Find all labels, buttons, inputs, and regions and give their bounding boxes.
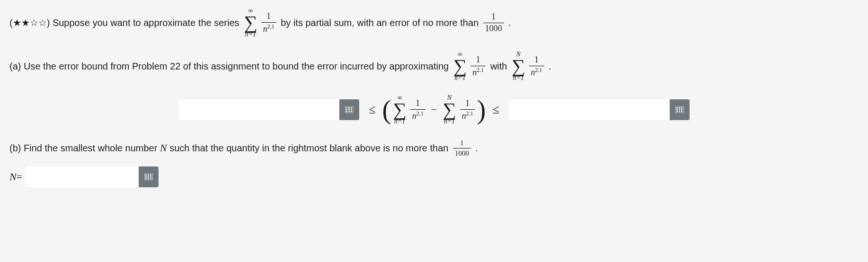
svg-rect-23	[150, 175, 151, 176]
part-a-label: (a) Use the error bound from Problem 22 …	[9, 60, 452, 73]
difficulty-stars-empty: ☆☆	[30, 16, 47, 29]
var-N: N	[160, 141, 167, 156]
svg-rect-6	[351, 109, 352, 111]
svg-rect-28	[148, 178, 149, 179]
svg-rect-2	[348, 107, 350, 109]
sum-inf-center: ∞ ∑ n=1	[393, 95, 407, 125]
summand-center-1: 1 n2.1	[410, 99, 425, 121]
part-a-text: (a) Use the error bound from Problem 22 …	[9, 51, 859, 81]
svg-rect-17	[676, 111, 678, 112]
series-sum-N-a: N ∑ n=1	[512, 51, 525, 81]
series-sum-inf-a: ∞ ∑ n=1	[453, 51, 467, 81]
answer-N-var: N	[9, 170, 17, 184]
intro-end: .	[506, 16, 511, 29]
part-b-label-2: such that the quantity in the rightmost …	[167, 141, 451, 155]
svg-rect-24	[145, 176, 147, 178]
part-b-text: (b) Find the smallest whole number N suc…	[9, 139, 859, 157]
part-b-end: .	[473, 141, 478, 155]
error-tolerance: 1 1000	[483, 12, 504, 34]
keypad-icon	[345, 106, 354, 113]
svg-rect-8	[348, 111, 350, 112]
keypad-icon	[675, 106, 684, 113]
keypad-button-n[interactable]	[139, 166, 159, 187]
keypad-button-upper[interactable]	[670, 99, 690, 120]
svg-rect-14	[676, 109, 678, 111]
part-b-label-1: (b) Find the smallest whole number	[9, 141, 160, 155]
svg-rect-22	[148, 175, 149, 176]
upper-bound-input-box	[509, 99, 690, 120]
n-input-box	[25, 166, 159, 187]
svg-rect-21	[145, 175, 147, 176]
series-summand: 1 n2.1	[261, 12, 276, 34]
le-symbol-2: ≤	[492, 101, 499, 118]
error-tolerance-b: 1 1000	[453, 139, 471, 157]
svg-rect-18	[679, 111, 680, 112]
open-paren: (	[9, 16, 13, 29]
svg-rect-5	[348, 109, 350, 111]
minus-symbol: −	[431, 103, 437, 117]
svg-rect-25	[148, 176, 149, 178]
svg-rect-27	[145, 178, 147, 179]
svg-rect-9	[351, 111, 352, 112]
n-answer-row: N =	[9, 166, 859, 187]
svg-rect-3	[351, 107, 352, 109]
sum-N-center: N ∑ n=1	[443, 95, 456, 125]
part-a-end: .	[546, 60, 551, 73]
svg-rect-29	[150, 178, 151, 179]
keypad-button-lower[interactable]	[339, 99, 359, 120]
svg-rect-16	[681, 109, 682, 111]
lower-bound-input-box	[178, 99, 359, 120]
intro-text-1: ) Suppose you want to approximate the se…	[47, 16, 242, 29]
svg-rect-12	[679, 107, 680, 109]
svg-rect-7	[346, 111, 347, 112]
difficulty-stars-filled: ★★	[13, 16, 30, 29]
svg-rect-15	[679, 109, 680, 111]
upper-bound-input[interactable]	[509, 99, 670, 120]
inequality-row: ≤ ( ∞ ∑ n=1 1 n2.1 − N ∑ n=1 1 n2.1 ) ≤	[9, 95, 859, 125]
problem-intro: ( ★★ ☆☆ ) Suppose you want to approximat…	[9, 8, 859, 38]
series-summand-a1: 1 n2.1	[470, 55, 486, 78]
right-paren: )	[477, 98, 486, 122]
svg-rect-13	[681, 107, 682, 109]
svg-rect-1	[346, 107, 347, 109]
svg-rect-11	[676, 107, 678, 109]
lower-bound-input[interactable]	[178, 99, 339, 120]
with-text: with	[487, 60, 510, 73]
svg-rect-4	[346, 109, 347, 111]
summand-center-2: 1 n2.1	[460, 99, 475, 121]
series-sum-symbol: ∞ ∑ n=1	[244, 8, 257, 38]
keypad-icon	[144, 174, 153, 180]
intro-text-2: by its partial sum, with an error of no …	[278, 16, 481, 29]
n-input[interactable]	[25, 166, 139, 187]
svg-rect-26	[150, 176, 151, 178]
answer-equals: =	[17, 170, 22, 184]
le-symbol-1: ≤	[369, 101, 375, 118]
left-paren: (	[382, 98, 391, 122]
svg-rect-19	[681, 111, 682, 112]
series-summand-a2: 1 n2.1	[529, 55, 544, 78]
